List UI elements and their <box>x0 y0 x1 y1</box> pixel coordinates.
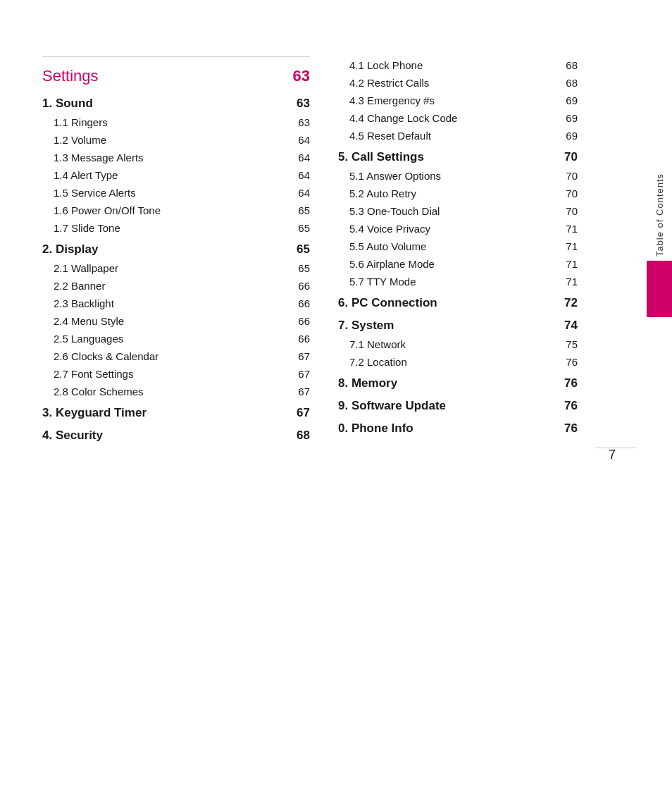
section-system: 7. System 74 7.1 Network 75 7.2 Location… <box>338 316 578 371</box>
item-font-settings: 2.7 Font Settings 67 <box>42 365 310 383</box>
item-banner: 2.2 Banner 66 <box>42 277 310 295</box>
item-service-alerts: 1.5 Service Alerts 64 <box>42 184 310 202</box>
section-sound: 1. Sound 63 1.1 Ringers 63 1.2 Volume 64… <box>42 94 310 237</box>
settings-title-row: Settings 63 <box>42 64 310 88</box>
page-container: Settings 63 1. Sound 63 1.1 Ringers 63 1… <box>0 0 672 491</box>
section-call-settings-header: 5. Call Settings 70 <box>338 147 578 167</box>
settings-header: Settings 63 <box>42 56 310 88</box>
section-pc-connection: 6. PC Connection 72 <box>338 293 578 313</box>
item-change-lock-code: 4.4 Change Lock Code 69 <box>338 109 578 127</box>
section-memory: 8. Memory 76 <box>338 374 578 393</box>
item-restrict-calls: 4.2 Restrict Calls 68 <box>338 74 578 92</box>
item-color-schemes: 2.8 Color Schemes 67 <box>42 383 310 400</box>
section-security-header: 4. Security 68 <box>42 426 310 445</box>
item-auto-volume: 5.5 Auto Volume 71 <box>338 238 578 255</box>
section-system-header: 7. System 74 <box>338 316 578 335</box>
section-pc-connection-header: 6. PC Connection 72 <box>338 293 578 313</box>
item-reset-default: 4.5 Reset Default 69 <box>338 127 578 144</box>
settings-page: 63 <box>289 67 310 85</box>
item-emergency-numbers: 4.3 Emergency #s 69 <box>338 92 578 109</box>
section-software-update: 9. Software Update 76 <box>338 396 578 416</box>
section-security: 4. Security 68 <box>42 426 310 445</box>
item-alert-type: 1.4 Alert Type 64 <box>42 166 310 184</box>
section-security-items: 4.1 Lock Phone 68 4.2 Restrict Calls 68 … <box>338 56 578 144</box>
item-clocks-calendar: 2.6 Clocks & Calendar 67 <box>42 347 310 365</box>
section-display: 2. Display 65 2.1 Wallpaper 65 2.2 Banne… <box>42 240 310 400</box>
side-tab: Table of Contents <box>647 173 672 317</box>
item-one-touch-dial: 5.3 One-Touch Dial 70 <box>338 202 578 220</box>
item-network: 7.1 Network 75 <box>338 335 578 353</box>
item-wallpaper: 2.1 Wallpaper 65 <box>42 259 310 277</box>
section-keyguard-header: 3. Keyguard Timer 67 <box>42 403 310 423</box>
section-phone-info: 0. Phone Info 76 <box>338 419 578 438</box>
section-sound-page: 63 <box>289 97 310 111</box>
section-sound-label: 1. Sound <box>42 97 93 111</box>
item-ringers: 1.1 Ringers 63 <box>42 113 310 131</box>
item-location: 7.2 Location 76 <box>338 353 578 371</box>
section-memory-header: 8. Memory 76 <box>338 374 578 393</box>
item-answer-options: 5.1 Answer Options 70 <box>338 167 578 185</box>
section-display-header: 2. Display 65 <box>42 240 310 259</box>
item-languages: 2.5 Languages 66 <box>42 330 310 347</box>
page-number: 7 <box>609 448 616 462</box>
item-slide-tone: 1.7 Slide Tone 65 <box>42 219 310 237</box>
item-volume: 1.2 Volume 64 <box>42 131 310 149</box>
item-voice-privacy: 5.4 Voice Privacy 71 <box>338 220 578 238</box>
bottom-line <box>595 448 637 449</box>
section-keyguard: 3. Keyguard Timer 67 <box>42 403 310 423</box>
item-message-alerts: 1.3 Message Alerts 64 <box>42 149 310 166</box>
item-lock-phone: 4.1 Lock Phone 68 <box>338 56 578 74</box>
item-power-tone: 1.6 Power On/Off Tone 65 <box>42 202 310 219</box>
item-tty-mode: 5.7 TTY Mode 71 <box>338 273 578 290</box>
right-column: 4.1 Lock Phone 68 4.2 Restrict Calls 68 … <box>338 56 578 448</box>
section-software-update-header: 9. Software Update 76 <box>338 396 578 416</box>
settings-title: Settings <box>42 67 99 85</box>
section-sound-header: 1. Sound 63 <box>42 94 310 113</box>
side-tab-text: Table of Contents <box>654 173 665 257</box>
side-tab-bar <box>647 261 672 317</box>
item-backlight: 2.3 Backlight 66 <box>42 295 310 312</box>
section-call-settings: 5. Call Settings 70 5.1 Answer Options 7… <box>338 147 578 290</box>
section-phone-info-header: 0. Phone Info 76 <box>338 419 578 438</box>
left-column: Settings 63 1. Sound 63 1.1 Ringers 63 1… <box>42 56 310 448</box>
item-menu-style: 2.4 Menu Style 66 <box>42 312 310 330</box>
item-auto-retry: 5.2 Auto Retry 70 <box>338 185 578 202</box>
item-airplane-mode: 5.6 Airplane Mode 71 <box>338 255 578 273</box>
